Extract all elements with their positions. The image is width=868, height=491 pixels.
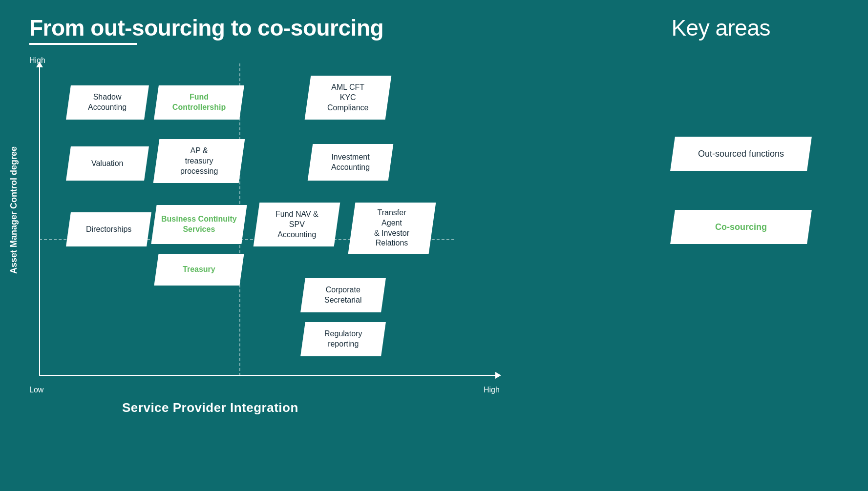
x-low: Low bbox=[29, 386, 43, 394]
legend-outsourced: Out-sourced functions bbox=[670, 137, 812, 171]
shadow-accounting: Shadow Accounting bbox=[66, 85, 149, 120]
directorships: Directorships bbox=[66, 212, 151, 246]
transfer-agent: Transfer Agent & Investor Relations bbox=[348, 203, 436, 254]
x-axis-line bbox=[39, 375, 498, 376]
y-axis-label: Asset Manager Control degree bbox=[9, 59, 19, 361]
business-continuity: Business Continuity Services bbox=[151, 205, 247, 244]
y-high: High bbox=[29, 56, 45, 65]
x-axis-arrow bbox=[495, 372, 501, 379]
fund-controllership: Fund Controllership bbox=[154, 85, 244, 120]
treasury: Treasury bbox=[154, 254, 244, 286]
title-underline bbox=[29, 43, 137, 45]
legend-cosourcing: Co-sourcing bbox=[670, 210, 812, 244]
main-title: From out-sourcing to co-sourcing bbox=[29, 15, 383, 41]
y-axis-line bbox=[39, 63, 40, 376]
x-axis-label: Service Provider Integration bbox=[122, 400, 298, 415]
valuation: Valuation bbox=[66, 146, 149, 181]
x-high: High bbox=[484, 386, 500, 394]
aml-cft: AML CFT KYC Compliance bbox=[305, 76, 392, 120]
fund-nav: Fund NAV & SPV Accounting bbox=[254, 203, 340, 246]
key-areas-title: Key areas bbox=[671, 15, 770, 41]
regulatory-reporting: Regulatory reporting bbox=[300, 322, 386, 356]
ap-treasury: AP & treasury processing bbox=[153, 139, 245, 183]
corporate-secretarial: Corporate Secretarial bbox=[300, 278, 386, 312]
investment-accounting: Investment Accounting bbox=[308, 144, 394, 181]
